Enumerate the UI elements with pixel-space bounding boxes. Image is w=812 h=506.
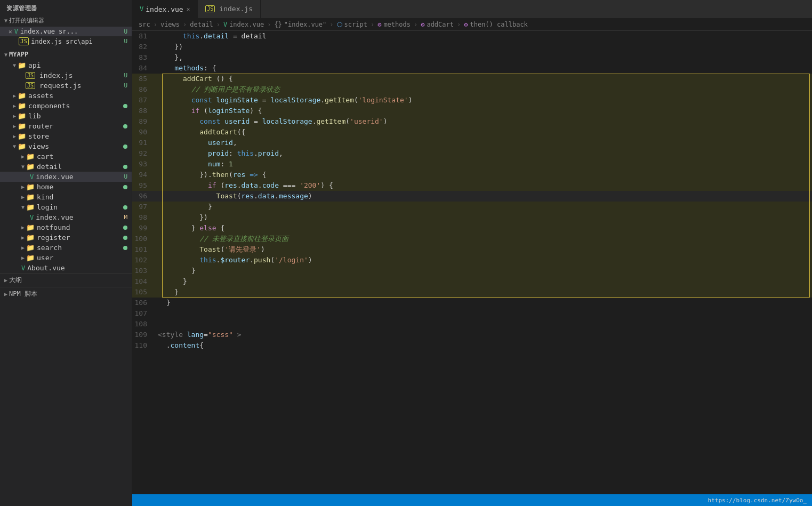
tree-item-search[interactable]: ▶ 📁 search [0,243,132,253]
chevron-right-icon-search: ▶ [21,245,25,251]
tree-item-components[interactable]: ▶ 📁 components [0,101,132,111]
tree-item-kind[interactable]: ▶ 📁 kind [0,192,132,202]
tab-label-index-vue: index.vue [146,5,183,13]
code-line-93: 93 num: 1 [132,159,812,170]
line-content-91: userid, [158,138,812,148]
crumb-addcart[interactable]: addCart [427,21,454,28]
line-number-101: 101 [132,244,158,255]
tab-close-index-vue[interactable]: ✕ [187,6,190,13]
code-line-98: 98 }) [132,212,812,223]
open-editors-label: 打开的编辑器 [9,17,44,25]
folder-icon-store: 📁 [18,132,26,140]
code-line-110: 110 .content{ [132,340,812,351]
sep2: › [183,21,187,28]
tab-index-vue[interactable]: V index.vue ✕ [132,0,198,18]
outline-section[interactable]: ▶ 大纲 [0,273,132,287]
code-line-88: 88 if (loginState) { [132,106,812,116]
folder-icon-notfound: 📁 [26,223,35,231]
crumb-script[interactable]: script [344,21,367,28]
status-url: https://blog.csdn.net/ZywOo_ [708,497,807,504]
tree-item-index-js[interactable]: JS index.js U [0,70,132,81]
chevron-right-icon-user: ▶ [21,255,25,261]
crumb-src[interactable]: src [139,21,150,28]
open-editors-header[interactable]: ▼ 打开的编辑器 [0,14,132,27]
tree-item-router[interactable]: ▶ 📁 router [0,121,132,131]
close-icon[interactable]: ✕ [9,28,12,35]
tree-label-assets: assets [28,92,53,100]
code-line-108: 108 [132,319,812,330]
tree-item-detail-index-vue[interactable]: V index.vue U [0,172,132,182]
line-content-94: }).then(res => { [158,170,812,180]
tab-index-js[interactable]: JS index.js [198,0,261,18]
tree-item-store[interactable]: ▶ 📁 store [0,131,132,141]
tree-label-components: components [28,102,70,110]
tree-label-kind: kind [37,193,53,201]
line-number-100: 100 [132,234,158,244]
tree-item-cart[interactable]: ▶ 📁 cart [0,151,132,162]
line-content-87: const loginState = localStorage.getItem(… [158,95,812,106]
line-number-94: 94 [132,170,158,180]
tree-item-assets[interactable]: ▶ 📁 assets [0,91,132,101]
line-content-86: // 判断用户是否有登录状态 [158,84,812,95]
code-line-109: 109 <style lang="scss" > [132,330,812,340]
line-number-92: 92 [132,148,158,159]
crumb-indexvue[interactable]: index.vue [229,21,264,28]
crumb-then[interactable]: then() callback [470,21,527,28]
folder-icon-router: 📁 [18,122,26,130]
line-number-89: 89 [132,116,158,127]
tree-item-user[interactable]: ▶ 📁 user [0,253,132,263]
tree-item-login-index-vue[interactable]: V index.vue M [0,212,132,222]
code-line-95: 95 if (res.data.code === '200') { [132,180,812,191]
tree-item-login[interactable]: ▼ 📁 login [0,202,132,212]
editor-item-index-vue[interactable]: ✕ V index.vue sr... U [0,27,132,36]
tree-item-about-vue[interactable]: V About.vue [0,263,132,273]
line-number-103: 103 [132,266,158,276]
line-number-110: 110 [132,340,158,351]
folder-icon-home: 📁 [26,183,35,191]
line-number-88: 88 [132,106,158,116]
editor-item-index-js[interactable]: JS index.js src\api U [0,36,132,46]
chevron-right-icon-store: ▶ [13,133,16,139]
crumb-views[interactable]: views [160,21,180,28]
npm-section[interactable]: ▶ NPM 脚本 [0,287,132,301]
tree-item-detail[interactable]: ▼ 📁 detail [0,162,132,172]
crumb-methods-icon: ⚙ [377,21,381,28]
badge-u-detail-index: U [124,173,127,180]
line-content-101: Toast('请先登录') [158,244,812,255]
tree-label-api: api [28,61,41,69]
tree-item-lib[interactable]: ▶ 📁 lib [0,111,132,121]
tree-item-views[interactable]: ▼ 📁 views [0,141,132,151]
dot-router [123,124,127,128]
code-container[interactable]: 81 this.detail = detail 82 }) 83 }, 84 m… [132,31,812,494]
crumb-methods[interactable]: methods [383,21,411,28]
breadcrumb: src › views › detail › V index.vue › {} … [132,19,812,31]
myapp-header[interactable]: ▼ MYAPP [0,49,132,60]
myapp-label: MYAPP [9,51,28,58]
line-content-85: addCart () { [158,74,812,84]
line-number-102: 102 [132,255,158,266]
chevron-right-icon-outline: ▶ [4,277,7,283]
line-number-104: 104 [132,276,158,287]
code-editor[interactable]: 81 this.detail = detail 82 }) 83 }, 84 m… [132,31,812,494]
chevron-right-icon-home: ▶ [21,184,25,190]
line-number-81: 81 [132,31,158,42]
tree-item-request-js[interactable]: JS request.js U [0,81,132,91]
tree-label-user: user [37,254,53,262]
line-content-89: const userid = localStorage.getItem('use… [158,116,812,127]
tree-item-api[interactable]: ▼ 📁 api [0,60,132,70]
crumb-indexvue2[interactable]: "index.vue" [284,21,326,28]
tab-vue-icon: V [140,5,143,13]
line-content-108 [158,319,812,330]
tree-item-home[interactable]: ▶ 📁 home [0,182,132,192]
sep5: › [329,21,333,28]
line-number-108: 108 [132,319,158,330]
dot-detail [123,165,127,169]
vue-icon: V [14,28,18,35]
tree-item-notfound[interactable]: ▶ 📁 notfound [0,222,132,232]
line-content-88: if (loginState) { [158,106,812,116]
line-content-106: } [158,298,812,308]
tree-label-login: login [37,203,58,211]
tree-item-register[interactable]: ▶ 📁 register [0,232,132,243]
crumb-detail[interactable]: detail [190,21,213,28]
line-content-93: num: 1 [158,159,812,170]
